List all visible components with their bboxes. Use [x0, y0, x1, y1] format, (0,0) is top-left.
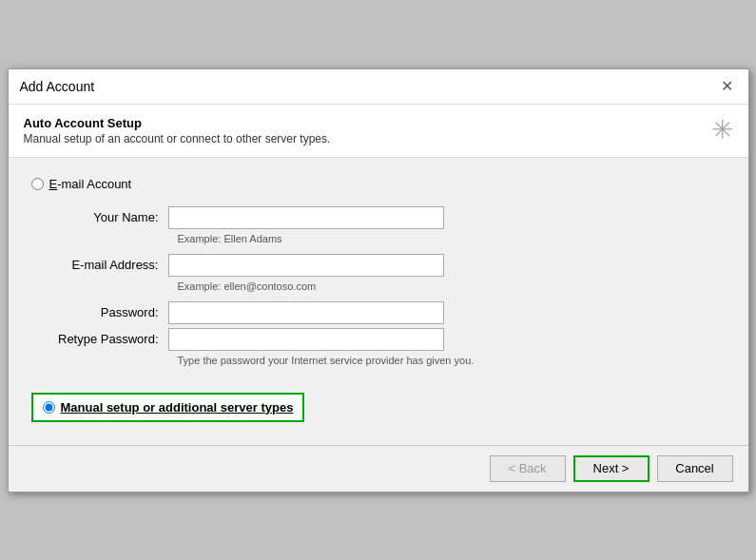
email-account-label: E-mail Account — [49, 177, 132, 191]
your-name-input[interactable] — [168, 206, 444, 229]
manual-setup-radio-label[interactable]: Manual setup or additional server types — [31, 393, 305, 422]
footer: < Back Next > Cancel — [9, 445, 748, 492]
header-section: Auto Account Setup Manual setup of an ac… — [9, 105, 748, 158]
content-area: E-mail Account Your Name: Example: Ellen… — [9, 158, 748, 445]
manual-setup-section: Manual setup or additional server types — [31, 389, 726, 426]
your-name-row: Your Name: — [54, 206, 726, 229]
manual-setup-label: Manual setup or additional server types — [61, 400, 294, 415]
back-button[interactable]: < Back — [490, 455, 566, 482]
password-hint: Type the password your Internet service … — [178, 355, 726, 366]
next-button[interactable]: Next > — [573, 455, 649, 482]
retype-password-input[interactable] — [168, 328, 444, 351]
add-account-dialog: Add Account ✕ Auto Account Setup Manual … — [8, 68, 749, 492]
email-account-radio[interactable] — [31, 178, 44, 190]
header-subtitle: Manual setup of an account or connect to… — [24, 132, 331, 145]
password-input[interactable] — [168, 301, 444, 324]
retype-password-row: Retype Password: — [54, 328, 726, 351]
email-hint: Example: ellen@contoso.com — [178, 280, 726, 292]
title-bar: Add Account ✕ — [9, 69, 748, 105]
email-account-radio-label[interactable]: E-mail Account — [31, 177, 726, 191]
manual-setup-radio[interactable] — [43, 401, 55, 414]
email-account-option: E-mail Account — [31, 177, 726, 191]
email-address-input[interactable] — [168, 254, 444, 277]
password-row: Password: — [54, 301, 726, 324]
setup-icon: ✳ — [711, 114, 733, 145]
retype-password-label: Retype Password: — [54, 332, 168, 346]
cancel-button[interactable]: Cancel — [657, 455, 733, 482]
your-name-hint: Example: Ellen Adams — [178, 233, 726, 244]
close-button[interactable]: ✕ — [718, 77, 737, 96]
header-text: Auto Account Setup Manual setup of an ac… — [24, 116, 331, 145]
your-name-label: Your Name: — [54, 210, 168, 224]
email-address-row: E-mail Address: — [54, 254, 726, 277]
email-address-label: E-mail Address: — [54, 258, 168, 272]
dialog-title: Add Account — [20, 79, 95, 94]
form-section: Your Name: Example: Ellen Adams E-mail A… — [54, 206, 726, 366]
password-label: Password: — [54, 305, 168, 319]
header-title: Auto Account Setup — [24, 116, 331, 130]
